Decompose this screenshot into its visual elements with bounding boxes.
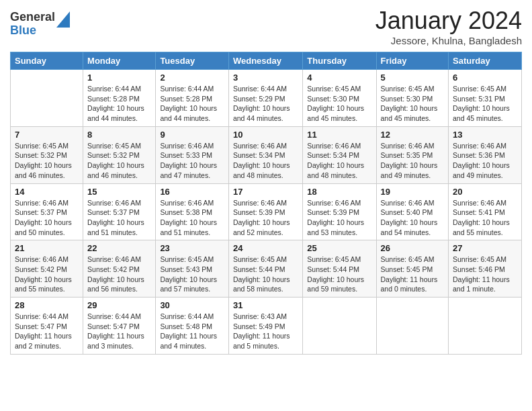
calendar-cell: 10Sunrise: 6:46 AM Sunset: 5:34 PM Dayli… bbox=[228, 126, 302, 183]
calendar-day-header: Sunday bbox=[11, 52, 83, 70]
day-number: 10 bbox=[233, 130, 298, 140]
day-number: 24 bbox=[233, 243, 298, 253]
day-info: Sunrise: 6:46 AM Sunset: 5:37 PM Dayligh… bbox=[87, 198, 151, 238]
day-number: 30 bbox=[160, 300, 224, 310]
calendar-cell: 7Sunrise: 6:45 AM Sunset: 5:32 PM Daylig… bbox=[11, 126, 83, 183]
day-info: Sunrise: 6:46 AM Sunset: 5:38 PM Dayligh… bbox=[160, 198, 224, 238]
day-info: Sunrise: 6:43 AM Sunset: 5:49 PM Dayligh… bbox=[233, 312, 298, 351]
day-number: 19 bbox=[381, 187, 445, 197]
svg-marker-0 bbox=[56, 11, 70, 28]
day-info: Sunrise: 6:45 AM Sunset: 5:44 PM Dayligh… bbox=[233, 255, 298, 294]
calendar-cell: 19Sunrise: 6:46 AM Sunset: 5:40 PM Dayli… bbox=[376, 183, 449, 240]
calendar-cell bbox=[11, 70, 83, 127]
day-info: Sunrise: 6:46 AM Sunset: 5:33 PM Dayligh… bbox=[160, 141, 224, 181]
calendar-week-row: 7Sunrise: 6:45 AM Sunset: 5:32 PM Daylig… bbox=[11, 126, 522, 183]
day-number: 15 bbox=[87, 187, 151, 197]
day-info: Sunrise: 6:46 AM Sunset: 5:35 PM Dayligh… bbox=[381, 141, 445, 181]
month-title: January 2024 bbox=[375, 7, 522, 35]
calendar-week-row: 28Sunrise: 6:44 AM Sunset: 5:47 PM Dayli… bbox=[11, 298, 522, 355]
calendar-cell: 15Sunrise: 6:46 AM Sunset: 5:37 PM Dayli… bbox=[83, 183, 156, 240]
day-number: 13 bbox=[453, 130, 517, 140]
day-info: Sunrise: 6:45 AM Sunset: 5:44 PM Dayligh… bbox=[307, 255, 371, 294]
day-info: Sunrise: 6:45 AM Sunset: 5:31 PM Dayligh… bbox=[453, 84, 517, 124]
day-info: Sunrise: 6:46 AM Sunset: 5:41 PM Dayligh… bbox=[453, 198, 517, 238]
day-number: 7 bbox=[15, 130, 79, 140]
calendar-day-header: Thursday bbox=[303, 52, 376, 70]
calendar-cell: 17Sunrise: 6:46 AM Sunset: 5:39 PM Dayli… bbox=[228, 183, 302, 240]
calendar-cell: 22Sunrise: 6:46 AM Sunset: 5:42 PM Dayli… bbox=[83, 240, 156, 298]
day-number: 25 bbox=[307, 243, 371, 253]
location: Jessore, Khulna, Bangladesh bbox=[375, 35, 522, 46]
day-info: Sunrise: 6:46 AM Sunset: 5:40 PM Dayligh… bbox=[381, 198, 445, 238]
logo-general: General bbox=[10, 11, 55, 24]
calendar-cell: 21Sunrise: 6:46 AM Sunset: 5:42 PM Dayli… bbox=[11, 240, 83, 298]
logo: General Blue bbox=[10, 11, 70, 38]
calendar-header-row: SundayMondayTuesdayWednesdayThursdayFrid… bbox=[11, 52, 522, 70]
day-info: Sunrise: 6:44 AM Sunset: 5:47 PM Dayligh… bbox=[87, 312, 151, 351]
day-number: 31 bbox=[233, 300, 298, 310]
day-number: 8 bbox=[87, 130, 151, 140]
day-info: Sunrise: 6:45 AM Sunset: 5:32 PM Dayligh… bbox=[87, 141, 151, 181]
calendar-cell: 13Sunrise: 6:46 AM Sunset: 5:36 PM Dayli… bbox=[449, 126, 522, 183]
day-info: Sunrise: 6:45 AM Sunset: 5:30 PM Dayligh… bbox=[307, 84, 371, 124]
day-number: 14 bbox=[15, 187, 79, 197]
calendar-cell: 11Sunrise: 6:46 AM Sunset: 5:34 PM Dayli… bbox=[303, 126, 376, 183]
calendar-week-row: 1Sunrise: 6:44 AM Sunset: 5:28 PM Daylig… bbox=[11, 70, 522, 127]
day-info: Sunrise: 6:45 AM Sunset: 5:46 PM Dayligh… bbox=[453, 255, 517, 294]
day-number: 26 bbox=[381, 243, 445, 253]
calendar-cell: 3Sunrise: 6:44 AM Sunset: 5:29 PM Daylig… bbox=[228, 70, 302, 127]
day-number: 9 bbox=[160, 130, 224, 140]
day-number: 3 bbox=[233, 73, 298, 83]
day-info: Sunrise: 6:46 AM Sunset: 5:37 PM Dayligh… bbox=[15, 198, 79, 238]
calendar-cell: 18Sunrise: 6:46 AM Sunset: 5:39 PM Dayli… bbox=[303, 183, 376, 240]
day-number: 1 bbox=[87, 73, 151, 83]
day-info: Sunrise: 6:46 AM Sunset: 5:42 PM Dayligh… bbox=[87, 255, 151, 294]
day-number: 27 bbox=[453, 243, 517, 253]
day-info: Sunrise: 6:46 AM Sunset: 5:34 PM Dayligh… bbox=[307, 141, 371, 181]
calendar-cell bbox=[449, 298, 522, 355]
calendar-cell: 2Sunrise: 6:44 AM Sunset: 5:28 PM Daylig… bbox=[156, 70, 229, 127]
calendar-week-row: 14Sunrise: 6:46 AM Sunset: 5:37 PM Dayli… bbox=[11, 183, 522, 240]
calendar-cell: 20Sunrise: 6:46 AM Sunset: 5:41 PM Dayli… bbox=[449, 183, 522, 240]
logo-text: General Blue bbox=[10, 11, 55, 38]
day-info: Sunrise: 6:46 AM Sunset: 5:42 PM Dayligh… bbox=[15, 255, 79, 294]
calendar-cell: 24Sunrise: 6:45 AM Sunset: 5:44 PM Dayli… bbox=[228, 240, 302, 298]
calendar-day-header: Saturday bbox=[449, 52, 522, 70]
calendar-cell: 12Sunrise: 6:46 AM Sunset: 5:35 PM Dayli… bbox=[376, 126, 449, 183]
day-number: 21 bbox=[15, 243, 79, 253]
day-info: Sunrise: 6:45 AM Sunset: 5:30 PM Dayligh… bbox=[381, 84, 445, 124]
day-number: 6 bbox=[453, 73, 517, 83]
calendar-cell: 25Sunrise: 6:45 AM Sunset: 5:44 PM Dayli… bbox=[303, 240, 376, 298]
calendar-cell: 5Sunrise: 6:45 AM Sunset: 5:30 PM Daylig… bbox=[376, 70, 449, 127]
calendar-week-row: 21Sunrise: 6:46 AM Sunset: 5:42 PM Dayli… bbox=[11, 240, 522, 298]
day-number: 29 bbox=[87, 300, 151, 310]
page-header: General Blue January 2024 Jessore, Khuln… bbox=[10, 7, 522, 46]
calendar-cell: 14Sunrise: 6:46 AM Sunset: 5:37 PM Dayli… bbox=[11, 183, 83, 240]
calendar-cell bbox=[376, 298, 449, 355]
calendar-cell: 1Sunrise: 6:44 AM Sunset: 5:28 PM Daylig… bbox=[83, 70, 156, 127]
calendar-cell: 4Sunrise: 6:45 AM Sunset: 5:30 PM Daylig… bbox=[303, 70, 376, 127]
day-info: Sunrise: 6:46 AM Sunset: 5:34 PM Dayligh… bbox=[233, 141, 298, 181]
day-info: Sunrise: 6:45 AM Sunset: 5:43 PM Dayligh… bbox=[160, 255, 224, 294]
day-info: Sunrise: 6:46 AM Sunset: 5:36 PM Dayligh… bbox=[453, 141, 517, 181]
day-number: 28 bbox=[15, 300, 79, 310]
day-info: Sunrise: 6:44 AM Sunset: 5:28 PM Dayligh… bbox=[87, 84, 151, 124]
day-number: 22 bbox=[87, 243, 151, 253]
day-number: 16 bbox=[160, 187, 224, 197]
calendar-cell: 8Sunrise: 6:45 AM Sunset: 5:32 PM Daylig… bbox=[83, 126, 156, 183]
calendar-cell: 6Sunrise: 6:45 AM Sunset: 5:31 PM Daylig… bbox=[449, 70, 522, 127]
day-info: Sunrise: 6:44 AM Sunset: 5:28 PM Dayligh… bbox=[160, 84, 224, 124]
calendar-cell: 31Sunrise: 6:43 AM Sunset: 5:49 PM Dayli… bbox=[228, 298, 302, 355]
day-info: Sunrise: 6:44 AM Sunset: 5:29 PM Dayligh… bbox=[233, 84, 298, 124]
calendar-day-header: Friday bbox=[376, 52, 449, 70]
day-info: Sunrise: 6:44 AM Sunset: 5:48 PM Dayligh… bbox=[160, 312, 224, 351]
day-number: 18 bbox=[307, 187, 371, 197]
day-number: 20 bbox=[453, 187, 517, 197]
calendar-cell: 28Sunrise: 6:44 AM Sunset: 5:47 PM Dayli… bbox=[11, 298, 83, 355]
calendar-cell: 23Sunrise: 6:45 AM Sunset: 5:43 PM Dayli… bbox=[156, 240, 229, 298]
calendar-cell: 27Sunrise: 6:45 AM Sunset: 5:46 PM Dayli… bbox=[449, 240, 522, 298]
calendar-day-header: Monday bbox=[83, 52, 156, 70]
calendar-table: SundayMondayTuesdayWednesdayThursdayFrid… bbox=[10, 52, 522, 355]
day-number: 11 bbox=[307, 130, 371, 140]
calendar-cell: 9Sunrise: 6:46 AM Sunset: 5:33 PM Daylig… bbox=[156, 126, 229, 183]
